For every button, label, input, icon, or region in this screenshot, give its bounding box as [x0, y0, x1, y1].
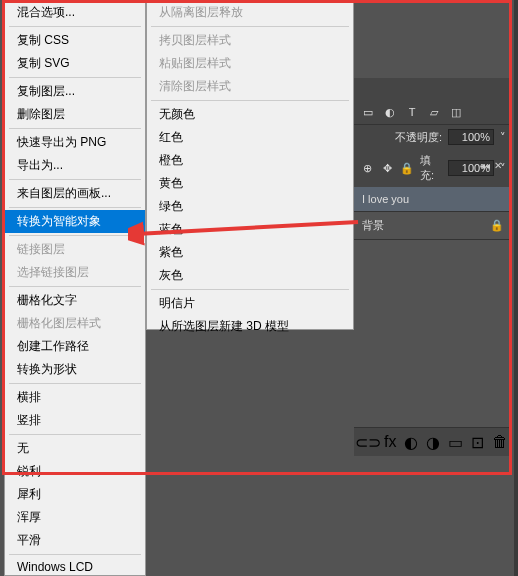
- folder-icon[interactable]: ▭: [448, 434, 463, 450]
- layer-name: I love you: [362, 193, 409, 205]
- menu-item[interactable]: 复制 SVG: [5, 52, 145, 75]
- lock-pos-icon[interactable]: ✥: [380, 160, 394, 176]
- menu-item[interactable]: 黄色: [147, 172, 353, 195]
- lock-icon[interactable]: 🔒: [400, 160, 414, 176]
- menu-item[interactable]: 复制图层...: [5, 80, 145, 103]
- layers-panel: ◂◂ ✕ ▭ ◐ T ▱ ◫ 不透明度: ˅ ⊕ ✥ 🔒 填充: ˅ I lov…: [354, 78, 512, 240]
- opacity-row: 不透明度: ˅: [354, 125, 512, 149]
- shape-icon[interactable]: ▱: [426, 104, 442, 120]
- menu-item[interactable]: 锐利: [5, 460, 145, 483]
- fill-label: 填充:: [420, 153, 442, 183]
- text-icon[interactable]: T: [404, 104, 420, 120]
- menu-item[interactable]: 竖排: [5, 409, 145, 432]
- menu-separator: [9, 128, 141, 129]
- menu-item[interactable]: 蓝色: [147, 218, 353, 241]
- menu-separator: [9, 235, 141, 236]
- menu-separator: [151, 289, 349, 290]
- layer-row[interactable]: 背景 🔒: [354, 212, 512, 240]
- menu-separator: [151, 26, 349, 27]
- menu-item[interactable]: 创建工作路径: [5, 335, 145, 358]
- panel-controls: ◂◂ ✕: [480, 160, 502, 171]
- menu-separator: [9, 77, 141, 78]
- menu-item: 链接图层: [5, 238, 145, 261]
- menu-item[interactable]: 复制 CSS: [5, 29, 145, 52]
- menu-separator: [9, 26, 141, 27]
- adjustment-icon[interactable]: ◑: [426, 434, 440, 450]
- menu-item: 粘贴图层样式: [147, 52, 353, 75]
- menu-separator: [151, 100, 349, 101]
- menu-item: 从隔离图层释放: [147, 1, 353, 24]
- layer-name: 背景: [362, 218, 384, 233]
- menu-item: 拷贝图层样式: [147, 29, 353, 52]
- fx-icon[interactable]: fx: [384, 434, 396, 450]
- menu-separator: [9, 554, 141, 555]
- mask-icon[interactable]: ◐: [404, 434, 418, 450]
- lock-icon: 🔒: [490, 219, 504, 232]
- menu-item[interactable]: 红色: [147, 126, 353, 149]
- menu-item: 栅格化图层样式: [5, 312, 145, 335]
- image-icon[interactable]: ▭: [360, 104, 376, 120]
- menu-item[interactable]: 犀利: [5, 483, 145, 506]
- panel-icon-row: ▭ ◐ T ▱ ◫: [354, 100, 512, 125]
- menu-item[interactable]: 快速导出为 PNG: [5, 131, 145, 154]
- menu-item[interactable]: 紫色: [147, 241, 353, 264]
- menu-item[interactable]: 灰色: [147, 264, 353, 287]
- smart-icon[interactable]: ◫: [448, 104, 464, 120]
- opacity-label: 不透明度:: [395, 130, 442, 145]
- menu-item[interactable]: 栅格化文字: [5, 289, 145, 312]
- link-icon[interactable]: ⊂⊃: [360, 434, 376, 450]
- menu-item[interactable]: 无: [5, 437, 145, 460]
- menu-item[interactable]: 从所选图层新建 3D 模型: [147, 315, 353, 338]
- menu-item[interactable]: 明信片: [147, 292, 353, 315]
- menu-item[interactable]: 橙色: [147, 149, 353, 172]
- menu-item[interactable]: 混合选项...: [5, 1, 145, 24]
- context-submenu: 从隔离图层释放拷贝图层样式粘贴图层样式清除图层样式无颜色红色橙色黄色绿色蓝色紫色…: [146, 0, 354, 330]
- menu-item[interactable]: 浑厚: [5, 506, 145, 529]
- menu-item[interactable]: 横排: [5, 386, 145, 409]
- menu-item[interactable]: 来自图层的画板...: [5, 182, 145, 205]
- menu-item[interactable]: Windows LCD: [5, 557, 145, 576]
- menu-separator: [9, 434, 141, 435]
- chevron-down-icon[interactable]: ˅: [500, 131, 506, 144]
- menu-item[interactable]: 无颜色: [147, 103, 353, 126]
- menu-item[interactable]: 平滑: [5, 529, 145, 552]
- menu-separator: [9, 383, 141, 384]
- menu-item: 选择链接图层: [5, 261, 145, 284]
- new-layer-icon[interactable]: ⊡: [471, 434, 484, 450]
- menu-item[interactable]: 绿色: [147, 195, 353, 218]
- menu-separator: [9, 179, 141, 180]
- lock-all-icon[interactable]: ⊕: [360, 160, 374, 176]
- panel-bottom-icons: ⊂⊃ fx ◐ ◑ ▭ ⊡ 🗑: [354, 427, 512, 456]
- trash-icon[interactable]: 🗑: [492, 434, 508, 450]
- menu-item[interactable]: 删除图层: [5, 103, 145, 126]
- adjust-icon[interactable]: ◐: [382, 104, 398, 120]
- layer-row[interactable]: I love you: [354, 187, 512, 212]
- context-menu: 混合选项...复制 CSS复制 SVG复制图层...删除图层快速导出为 PNG导…: [4, 0, 146, 576]
- close-icon[interactable]: ✕: [494, 160, 502, 171]
- opacity-input[interactable]: [448, 129, 494, 145]
- collapse-icon[interactable]: ◂◂: [480, 160, 490, 171]
- menu-item[interactable]: 转换为智能对象: [5, 210, 145, 233]
- menu-item: 清除图层样式: [147, 75, 353, 98]
- menu-item[interactable]: 导出为...: [5, 154, 145, 177]
- menu-item[interactable]: 转换为形状: [5, 358, 145, 381]
- menu-separator: [9, 286, 141, 287]
- menu-separator: [9, 207, 141, 208]
- panel-tabs: [354, 92, 512, 100]
